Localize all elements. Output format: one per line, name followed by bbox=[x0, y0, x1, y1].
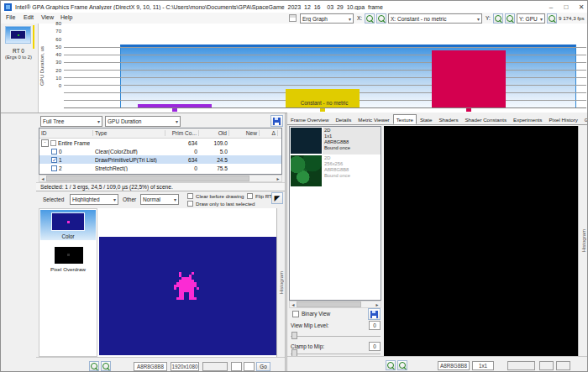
texture-binding: Bound once bbox=[324, 173, 379, 179]
rt-image-area[interactable] bbox=[97, 208, 276, 357]
x-zoom-out-button[interactable] bbox=[376, 13, 386, 24]
col-id[interactable]: ID bbox=[39, 130, 93, 136]
erg-row[interactable]: 2 StretchRect() 0 75.5 bbox=[39, 164, 281, 172]
view-mip-slider-thumb[interactable] bbox=[291, 332, 297, 339]
left-histogram-tab[interactable]: Histogram bbox=[276, 208, 285, 357]
erg-checkbox[interactable] bbox=[51, 165, 57, 171]
chart-bar[interactable] bbox=[432, 50, 506, 107]
binary-view-checkbox[interactable] bbox=[292, 311, 299, 317]
save-texture-button[interactable] bbox=[368, 308, 381, 320]
erg-checkbox[interactable] bbox=[51, 157, 57, 163]
col-delta[interactable]: Δ bbox=[260, 130, 278, 136]
y-zoom-out-button[interactable] bbox=[505, 13, 515, 24]
scroll-right-icon[interactable]: ► bbox=[275, 176, 281, 181]
erg-checkbox[interactable] bbox=[50, 140, 56, 146]
y-zoom-in-button[interactable] bbox=[493, 13, 503, 24]
chart-bar[interactable] bbox=[138, 104, 212, 108]
erg-row[interactable]: - Entire Frame 634 109.0 bbox=[39, 139, 281, 147]
erg-type: Clear(ColorZbuff) bbox=[93, 149, 165, 155]
rt-size-field: 1920x1080 bbox=[171, 362, 199, 371]
right-histogram-tab[interactable]: Histogram bbox=[578, 126, 588, 356]
tab-metric-viewer[interactable]: Metric Viewer bbox=[354, 114, 392, 124]
erg-table-hscrollbar[interactable]: ◄ ► bbox=[39, 175, 282, 182]
other-mode-combo[interactable]: Normal▾ bbox=[140, 194, 179, 205]
rt-viewer-panel: Selected Highlighted▾ Other Normal▾ Clea… bbox=[36, 191, 285, 372]
menu-help[interactable]: Help bbox=[60, 14, 72, 20]
tab-shaders[interactable]: Shaders bbox=[435, 114, 461, 124]
y-tick: 40 bbox=[55, 52, 61, 57]
texture-zoom-in-button[interactable] bbox=[386, 360, 396, 370]
texture-size: 1x1 bbox=[324, 134, 379, 139]
tree-expander-icon[interactable]: - bbox=[41, 139, 49, 147]
menu-edit[interactable]: Edit bbox=[24, 14, 34, 20]
y-tick: 70 bbox=[55, 29, 61, 34]
texture-item[interactable]: 2D 256x256 A8R8G8B8 Bound once bbox=[290, 155, 381, 188]
scroll-left-icon[interactable]: ◄ bbox=[290, 302, 297, 307]
tab-geometry[interactable]: Geometry bbox=[581, 114, 588, 124]
y-axis-label: Y: bbox=[486, 15, 491, 21]
selected-mode-combo[interactable]: Highlighted▾ bbox=[70, 194, 118, 205]
x-metric-combo[interactable]: X: Constant - no metric▾ bbox=[388, 13, 482, 24]
detail-tabs: Frame Overview Details Metric Viewer Tex… bbox=[287, 113, 588, 125]
clamp-mip-slider-track bbox=[291, 354, 381, 354]
flip-rt-checkbox[interactable] bbox=[247, 193, 253, 199]
tab-shader-constants[interactable]: Shader Constants bbox=[461, 114, 510, 124]
texture-list-hscrollbar[interactable]: ◄ ► bbox=[289, 301, 381, 308]
graph-type-combo[interactable]: Erg Graph▾ bbox=[300, 13, 354, 24]
menu-view[interactable]: View bbox=[41, 14, 54, 20]
col-type[interactable]: Type bbox=[93, 130, 165, 136]
tree-metric-combo[interactable]: GPU Duration▾ bbox=[105, 116, 181, 127]
scroll-left-icon[interactable]: ◄ bbox=[39, 176, 46, 181]
draw-to-last-selected-label: Draw only to last selected bbox=[196, 201, 255, 207]
texture-preview[interactable] bbox=[384, 126, 578, 356]
texture-item[interactable]: 2D 1x1 A8R8G8B8 Bound once bbox=[290, 127, 381, 155]
surface-item-overdraw[interactable]: Pixel Overdraw bbox=[40, 244, 96, 280]
save-tree-button[interactable] bbox=[270, 115, 283, 127]
fps-zoom-button[interactable] bbox=[547, 13, 557, 24]
chevron-down-icon: ▾ bbox=[349, 16, 351, 22]
erg-checkbox[interactable] bbox=[51, 149, 57, 155]
overdraw-thumbnail bbox=[55, 247, 83, 264]
select-arrow-button[interactable]: ◤ bbox=[271, 192, 283, 204]
rt0-thumbnail[interactable] bbox=[5, 26, 31, 44]
erg-table-header[interactable]: ID Type Prim Co... Old New Δ bbox=[39, 128, 281, 139]
close-button[interactable]: ✕ bbox=[574, 2, 588, 13]
tab-state[interactable]: State bbox=[417, 114, 435, 124]
scrollbar-thumb[interactable] bbox=[297, 301, 361, 307]
go-button[interactable]: Go bbox=[256, 362, 270, 371]
x-zoom-in-button[interactable] bbox=[365, 13, 375, 24]
tab-texture[interactable]: Texture bbox=[393, 114, 417, 124]
texture-zoom-out-button[interactable] bbox=[397, 360, 407, 370]
maximize-button[interactable]: □ bbox=[559, 2, 574, 13]
texture-type: 2D bbox=[324, 128, 379, 134]
vertical-splitter[interactable] bbox=[285, 113, 287, 372]
scrollbar-thumb[interactable] bbox=[46, 176, 249, 181]
col-old[interactable]: Old bbox=[199, 130, 229, 136]
col-prim-count[interactable]: Prim Co... bbox=[165, 130, 199, 136]
erg-tree-panel: Full Tree▾ GPU Duration▾ ID Type Prim Co… bbox=[36, 113, 285, 191]
menu-file[interactable]: File bbox=[6, 14, 15, 20]
clamp-mip-value[interactable]: 0 bbox=[369, 342, 381, 351]
erg-row[interactable]: 0 Clear(ColorZbuff) 0 5.0 bbox=[39, 147, 281, 155]
view-mip-value[interactable]: 0 bbox=[369, 321, 381, 330]
tab-frame-overview[interactable]: Frame Overview bbox=[287, 114, 332, 124]
erg-row[interactable]: 1 DrawPrimitiveUP(Tri List) 634 24.5 bbox=[39, 155, 281, 164]
rt-zoom-out-button[interactable] bbox=[101, 361, 111, 371]
rt-y-coord-input[interactable] bbox=[244, 362, 255, 371]
tab-pixel-history[interactable]: Pixel History bbox=[545, 114, 580, 124]
clear-before-drawing-checkbox[interactable] bbox=[187, 193, 193, 199]
col-new[interactable]: New bbox=[229, 130, 260, 136]
zoom-in-icon bbox=[91, 363, 97, 369]
tab-experiments[interactable]: Experiments bbox=[510, 114, 545, 124]
texture-format: A8R8G8B8 bbox=[324, 139, 379, 145]
y-metric-combo[interactable]: Y: GPU Duration▾ bbox=[517, 13, 545, 24]
scroll-right-icon[interactable]: ► bbox=[374, 302, 381, 307]
tree-mode-combo[interactable]: Full Tree▾ bbox=[40, 116, 102, 127]
minimize-button[interactable]: – bbox=[543, 2, 559, 13]
rt-x-coord-input[interactable] bbox=[231, 362, 242, 371]
surface-item-color[interactable]: Color bbox=[40, 210, 96, 240]
draw-to-last-selected-checkbox[interactable] bbox=[187, 201, 193, 207]
tab-details[interactable]: Details bbox=[332, 114, 354, 124]
rt-image[interactable] bbox=[99, 237, 276, 355]
rt-zoom-in-button[interactable] bbox=[89, 361, 99, 371]
